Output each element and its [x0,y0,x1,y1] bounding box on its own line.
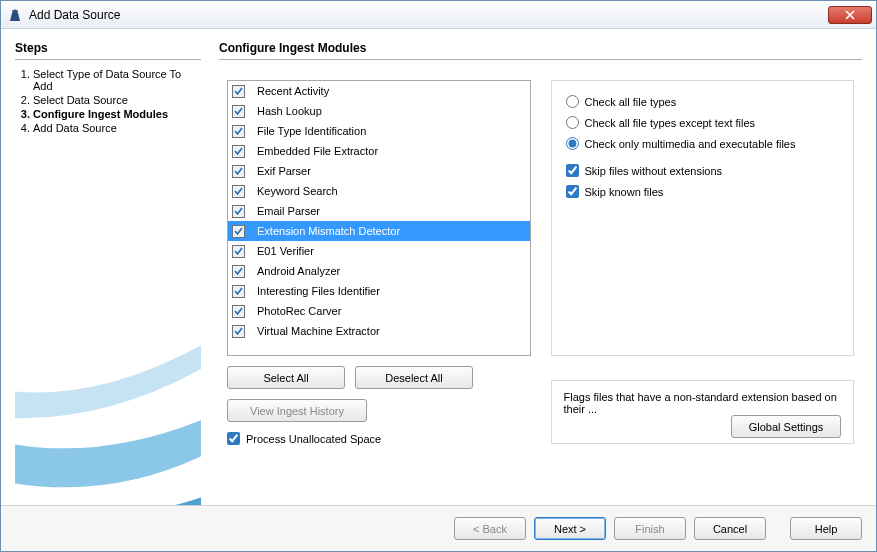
module-options-panel: Check all file typesCheck all file types… [551,80,855,356]
wizard-footer: < Back Next > Finish Cancel Help [1,505,876,551]
svg-point-1 [16,10,18,12]
module-label: PhotoRec Carver [257,305,341,317]
module-checkbox[interactable] [232,85,245,98]
module-checkbox[interactable] [232,125,245,138]
filetype-radio[interactable] [566,137,579,150]
skip-option[interactable]: Skip files without extensions [566,164,840,177]
module-label: Exif Parser [257,165,311,177]
module-label: File Type Identification [257,125,366,137]
module-checkbox[interactable] [232,265,245,278]
option-label: Check all file types [585,96,677,108]
main-heading: Configure Ingest Modules [219,41,862,60]
step-item: Select Data Source [33,94,201,106]
module-label: Keyword Search [257,185,338,197]
module-label: Android Analyzer [257,265,340,277]
module-row[interactable]: Virtual Machine Extractor [228,321,530,341]
module-row[interactable]: Embedded File Extractor [228,141,530,161]
module-checkbox[interactable] [232,145,245,158]
app-icon [7,7,23,23]
steps-list: Select Type of Data Source To AddSelect … [15,68,201,134]
back-button[interactable]: < Back [454,517,526,540]
options-column: Check all file typesCheck all file types… [551,80,855,505]
close-button[interactable] [828,6,872,24]
module-checkbox[interactable] [232,225,245,238]
module-row[interactable]: Extension Mismatch Detector [228,221,530,241]
process-unallocated-row[interactable]: Process Unallocated Space [227,432,531,445]
titlebar: Add Data Source [1,1,876,29]
module-row[interactable]: Exif Parser [228,161,530,181]
help-button[interactable]: Help [790,517,862,540]
skip-option[interactable]: Skip known files [566,185,840,198]
module-row[interactable]: Android Analyzer [228,261,530,281]
step-item: Select Type of Data Source To Add [33,68,201,92]
module-row[interactable]: Interesting Files Identifier [228,281,530,301]
module-description-text: Flags files that have a non-standard ext… [564,391,842,415]
finish-button[interactable]: Finish [614,517,686,540]
window-title: Add Data Source [29,8,120,22]
skip-checkbox[interactable] [566,185,579,198]
module-label: Virtual Machine Extractor [257,325,380,337]
decorative-swoosh [15,325,201,505]
filetype-radio-option[interactable]: Check all file types except text files [566,116,840,129]
option-label: Check all file types except text files [585,117,756,129]
module-checkbox[interactable] [232,105,245,118]
filetype-radio-option[interactable]: Check only multimedia and executable fil… [566,137,840,150]
module-checkbox[interactable] [232,245,245,258]
module-description-panel: Flags files that have a non-standard ext… [551,380,855,444]
module-checkbox[interactable] [232,285,245,298]
module-checkbox[interactable] [232,325,245,338]
process-unallocated-label: Process Unallocated Space [246,433,381,445]
option-label: Skip files without extensions [585,165,723,177]
filetype-radio-option[interactable]: Check all file types [566,95,840,108]
filetype-radio[interactable] [566,95,579,108]
module-label: Hash Lookup [257,105,322,117]
content-area: Steps Select Type of Data Source To AddS… [1,29,876,505]
deselect-all-button[interactable]: Deselect All [355,366,473,389]
module-checkbox[interactable] [232,205,245,218]
select-all-button[interactable]: Select All [227,366,345,389]
main-panel: Configure Ingest Modules Recent Activity… [219,41,862,505]
close-icon [845,10,855,20]
option-label: Skip known files [585,186,664,198]
select-buttons-row: Select All Deselect All [227,366,531,389]
modules-column: Recent ActivityHash LookupFile Type Iden… [227,80,531,505]
module-label: Email Parser [257,205,320,217]
module-checkbox[interactable] [232,305,245,318]
module-checkbox[interactable] [232,185,245,198]
filetype-radio[interactable] [566,116,579,129]
module-label: E01 Verifier [257,245,314,257]
module-row[interactable]: E01 Verifier [228,241,530,261]
next-button[interactable]: Next > [534,517,606,540]
wizard-window: Add Data Source Steps Select Type of Dat… [0,0,877,552]
steps-heading: Steps [15,41,201,60]
module-label: Recent Activity [257,85,329,97]
process-unallocated-checkbox[interactable] [227,432,240,445]
svg-point-0 [12,10,14,12]
module-checkbox[interactable] [232,165,245,178]
module-list[interactable]: Recent ActivityHash LookupFile Type Iden… [227,80,531,356]
step-item: Configure Ingest Modules [33,108,201,120]
module-row[interactable]: Recent Activity [228,81,530,101]
module-row[interactable]: Hash Lookup [228,101,530,121]
module-label: Interesting Files Identifier [257,285,380,297]
module-row[interactable]: Keyword Search [228,181,530,201]
main-body: Recent ActivityHash LookupFile Type Iden… [219,66,862,505]
steps-sidebar: Steps Select Type of Data Source To AddS… [15,41,201,505]
skip-checkbox[interactable] [566,164,579,177]
view-ingest-history-button[interactable]: View Ingest History [227,399,367,422]
step-item: Add Data Source [33,122,201,134]
module-row[interactable]: Email Parser [228,201,530,221]
module-label: Embedded File Extractor [257,145,378,157]
module-label: Extension Mismatch Detector [257,225,400,237]
option-label: Check only multimedia and executable fil… [585,138,796,150]
module-row[interactable]: PhotoRec Carver [228,301,530,321]
cancel-button[interactable]: Cancel [694,517,766,540]
global-settings-button[interactable]: Global Settings [731,415,841,438]
module-row[interactable]: File Type Identification [228,121,530,141]
